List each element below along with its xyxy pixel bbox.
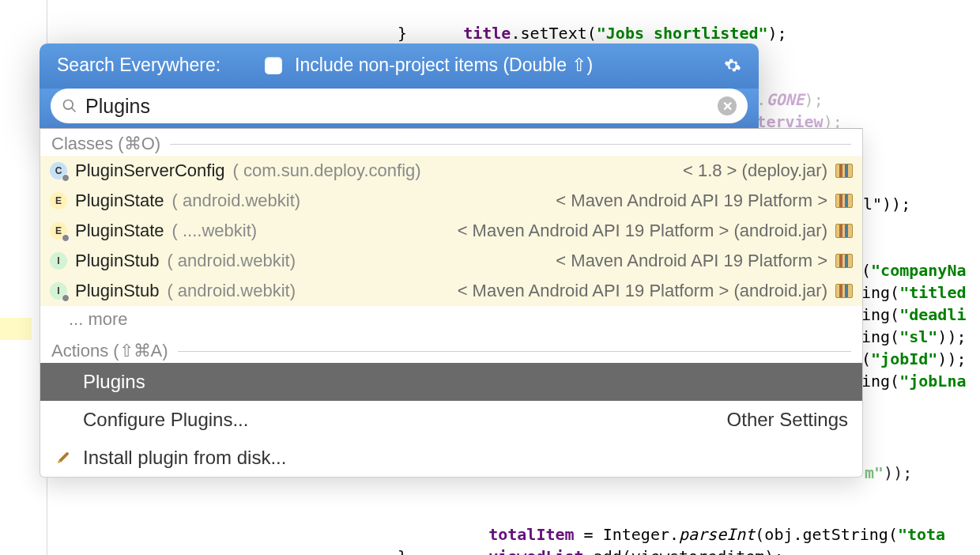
code-token: l")); <box>863 194 910 213</box>
class-type-icon: C <box>50 162 67 179</box>
action-result-row[interactable]: Install plugin from disk... <box>40 439 862 477</box>
svg-line-1 <box>72 108 76 112</box>
library-icon <box>835 254 853 268</box>
class-result-row[interactable]: CPluginServerConfig ( com.sun.deploy.con… <box>40 156 862 186</box>
class-name: PluginState <box>75 191 164 211</box>
action-context: Other Settings <box>727 409 848 431</box>
more-link[interactable]: ... more <box>40 306 862 336</box>
section-header-classes: Classes (⌘O) <box>40 129 862 156</box>
class-package: ( android.webkit) <box>167 281 296 301</box>
library-icon <box>835 224 853 238</box>
include-nonproject-checkbox[interactable] <box>265 57 282 74</box>
section-label: Classes (⌘O) <box>51 134 160 154</box>
results-panel: Classes (⌘O) CPluginServerConfig ( com.s… <box>40 128 863 478</box>
gear-icon[interactable] <box>724 57 741 74</box>
class-source: < Maven Android API 19 Platform > (andro… <box>458 221 827 241</box>
class-type-icon: E <box>50 192 67 210</box>
popup-title: Search Everywhere: <box>57 55 220 76</box>
class-name: PluginState <box>75 221 164 241</box>
section-header-actions: Actions (⇧⌘A) <box>40 336 862 363</box>
clear-icon[interactable]: ✕ <box>718 96 737 115</box>
popup-header: Search Everywhere: Include non-project i… <box>40 43 759 89</box>
class-type-icon: I <box>50 252 67 270</box>
library-icon <box>835 194 853 208</box>
svg-point-0 <box>64 100 74 110</box>
class-package: ( android.webkit) <box>167 251 296 271</box>
action-label: Configure Plugins... <box>83 409 716 431</box>
class-source: < 1.8 > (deploy.jar) <box>683 160 827 181</box>
class-source: < Maven Android API 19 Platform > <box>556 251 827 271</box>
action-label: Plugins <box>83 371 848 393</box>
class-name: PluginServerConfig <box>75 160 225 181</box>
library-icon <box>835 284 853 298</box>
search-icon <box>62 98 77 114</box>
class-type-icon: I <box>50 282 67 300</box>
include-nonproject-label[interactable]: Include non-project items (Double ⇧) <box>295 55 711 76</box>
class-type-icon: E <box>50 222 67 240</box>
action-label: Install plugin from disk... <box>83 447 848 469</box>
class-result-row[interactable]: IPluginStub ( android.webkit)< Maven And… <box>40 276 862 306</box>
class-source: < Maven Android API 19 Platform > (andro… <box>458 281 827 301</box>
brush-icon <box>55 449 72 466</box>
divider <box>170 144 851 145</box>
divider <box>178 351 851 352</box>
class-package: ( ....webkit) <box>172 221 258 241</box>
section-label: Actions (⇧⌘A) <box>51 341 168 361</box>
class-result-row[interactable]: EPluginState ( ....webkit)< Maven Androi… <box>40 216 862 246</box>
code-token: m")); <box>865 462 912 484</box>
class-name: PluginStub <box>75 281 159 301</box>
code-token: } <box>398 547 407 555</box>
class-result-row[interactable]: EPluginState ( android.webkit)< Maven An… <box>40 186 862 216</box>
class-package: ( com.sun.deploy.config) <box>233 160 421 181</box>
action-result-row[interactable]: Configure Plugins...Other Settings <box>40 401 862 439</box>
search-everywhere-popup: Search Everywhere: Include non-project i… <box>40 43 759 134</box>
class-source: < Maven Android API 19 Platform > <box>556 191 827 211</box>
code-token: } <box>398 24 407 43</box>
search-input[interactable] <box>85 95 710 118</box>
action-result-row[interactable]: Plugins <box>40 363 862 401</box>
class-name: PluginStub <box>75 251 159 271</box>
class-package: ( android.webkit) <box>172 191 301 211</box>
search-input-wrap: ✕ <box>51 89 748 123</box>
library-icon <box>835 164 853 178</box>
class-result-row[interactable]: IPluginStub ( android.webkit)< Maven And… <box>40 246 862 276</box>
